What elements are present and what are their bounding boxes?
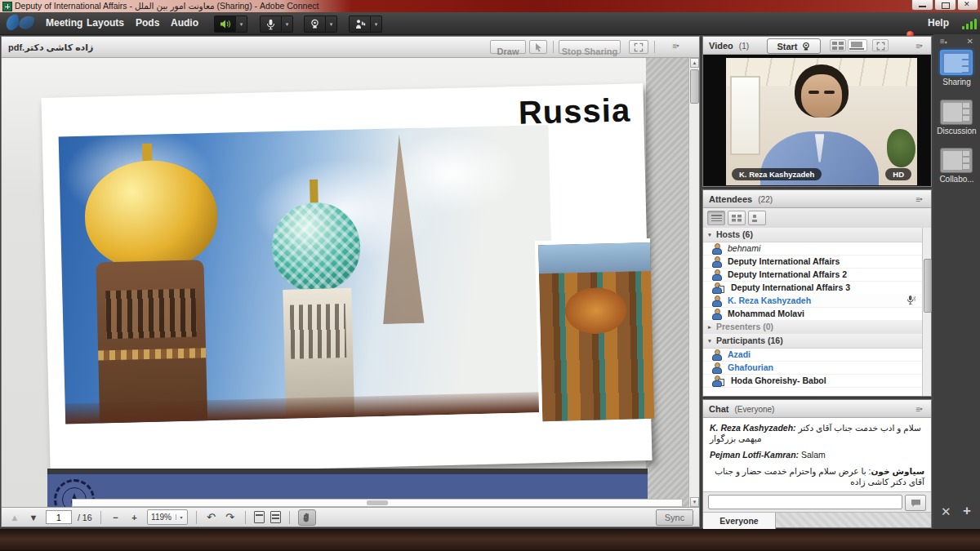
- add-layout-icon[interactable]: +: [963, 503, 971, 519]
- video-count: (1): [739, 42, 749, 51]
- filmstrip-view-icon[interactable]: [848, 39, 867, 51]
- layout-discussion-thumb[interactable]: [940, 100, 973, 125]
- microphone-button[interactable]: ▾: [260, 16, 293, 31]
- fit-width-button[interactable]: [270, 511, 281, 523]
- chat-input[interactable]: [708, 495, 902, 509]
- video-pod-header: Video (1) Start ≡▾: [703, 37, 931, 55]
- layout-collaboration-thumb[interactable]: [940, 148, 973, 173]
- attendees-count: (22): [758, 195, 773, 204]
- rotate-left-button[interactable]: ↶: [205, 511, 218, 524]
- attendee-row[interactable]: Deputy International Affairs 2: [703, 268, 922, 282]
- zoom-in-button[interactable]: +: [128, 511, 141, 524]
- attendee-name: Deputy International Affairs 2: [728, 268, 847, 281]
- chat-pod-menu-icon[interactable]: ≡▾: [910, 402, 928, 415]
- zoom-level-select[interactable]: 119% ▾: [147, 509, 188, 525]
- minimize-button[interactable]: [911, 0, 933, 11]
- scroll-up-arrow[interactable]: ▲: [690, 58, 699, 68]
- attendee-row[interactable]: Deputy International Affairs 3: [703, 281, 922, 295]
- rotate-right-button[interactable]: ↷: [224, 511, 237, 524]
- chat-text: Salam: [801, 450, 826, 460]
- speaker-button[interactable]: ▾: [214, 16, 247, 31]
- grid-view-icon[interactable]: [830, 39, 846, 51]
- webcam-dropdown[interactable]: ▾: [326, 16, 337, 33]
- microphone-dropdown[interactable]: ▾: [282, 16, 293, 33]
- attendee-row[interactable]: behnami: [703, 242, 922, 256]
- attendees-scroll-thumb[interactable]: [924, 259, 932, 313]
- chat-tabs: Everyone: [703, 512, 931, 527]
- share-pod-menu-icon[interactable]: ≡▾: [666, 39, 684, 52]
- attendee-name: Deputy International Affairs: [728, 255, 840, 268]
- attendee-row[interactable]: K. Reza Kashyzadeh: [703, 294, 922, 308]
- sync-button[interactable]: Sync: [656, 509, 693, 526]
- connection-signal-icon: [962, 26, 964, 29]
- chat-input-row: [703, 491, 931, 513]
- attendee-row[interactable]: Mohammad Molavi: [703, 307, 922, 321]
- help-menu[interactable]: Help: [928, 12, 949, 34]
- chat-sender: K. Reza Kashyzadeh:: [710, 423, 796, 433]
- attendee-row[interactable]: Deputy International Affairs: [703, 255, 922, 269]
- video-pod-body: K. Reza Kashyzadeh HD: [704, 55, 930, 185]
- video-pod-title: Video: [709, 41, 733, 51]
- close-button[interactable]: ✕: [957, 0, 978, 11]
- menu-pods[interactable]: Pods: [131, 12, 164, 34]
- menu-audio[interactable]: Audio: [166, 12, 203, 34]
- fullscreen-button[interactable]: [629, 40, 648, 54]
- attendees-scrollbar[interactable]: [922, 228, 931, 396]
- maximize-button[interactable]: [934, 0, 956, 11]
- horizontal-scroll-thumb[interactable]: [367, 500, 388, 505]
- list-view-button[interactable]: [707, 211, 725, 225]
- group-presenters[interactable]: ►Presenters (0): [703, 320, 922, 335]
- chat-send-button[interactable]: [905, 495, 926, 511]
- scroll-down-arrow[interactable]: ▼: [690, 497, 699, 507]
- draw-button[interactable]: Draw: [490, 40, 526, 54]
- video-fullscreen-icon[interactable]: [872, 39, 889, 51]
- tab-everyone[interactable]: Everyone: [703, 513, 776, 530]
- start-webcam-button[interactable]: Start: [767, 38, 821, 54]
- video-pod-menu-icon[interactable]: ≡▾: [910, 39, 928, 52]
- group-hosts[interactable]: ▼Hosts (6): [703, 228, 922, 242]
- attendees-pod-menu-icon[interactable]: ≡▾: [910, 193, 928, 206]
- zoom-out-button[interactable]: −: [109, 511, 122, 524]
- attendee-avatar-icon: [711, 362, 721, 372]
- vertical-scrollbar[interactable]: ▲ ▼: [688, 58, 699, 507]
- speaker-dropdown[interactable]: ▾: [236, 16, 247, 33]
- menu-layouts[interactable]: Layouts: [82, 12, 129, 34]
- attendee-row[interactable]: Azadi: [703, 348, 922, 362]
- menu-meeting[interactable]: Meeting: [41, 12, 87, 34]
- layoutbar-close-icon[interactable]: ✕: [967, 37, 973, 46]
- attendee-avatar-icon: [711, 309, 721, 318]
- vertical-scroll-thumb[interactable]: [690, 69, 699, 104]
- pointer-tool-button[interactable]: [529, 40, 547, 54]
- status-view-button[interactable]: [748, 211, 766, 225]
- horizontal-scrollbar[interactable]: [72, 499, 683, 507]
- chat-messages: K. Reza Kashyzadeh: سلام و ادب خدمت جناب…: [703, 418, 931, 491]
- chat-message: سياوش خون: با عرض سلام واحترام خدمت حضار…: [710, 466, 924, 487]
- video-pod: Video (1) Start ≡▾: [702, 36, 932, 187]
- chat-bubble-icon: [911, 499, 921, 508]
- layout-bar: ≡▾ ✕ Sharing Discussion Collabo... ✕ +: [933, 34, 980, 529]
- page-number-input[interactable]: [46, 510, 72, 524]
- app-icon: [2, 2, 12, 11]
- raise-hand-dropdown[interactable]: ▾: [371, 16, 382, 33]
- stop-sharing-button[interactable]: Stop Sharing: [559, 40, 621, 54]
- document-viewport: Russia ▲ ▼: [2, 58, 699, 507]
- layout-sharing-thumb[interactable]: [940, 50, 973, 75]
- fit-page-button[interactable]: [254, 511, 265, 523]
- attendees-list: ▼Hosts (6) behnami Deputy International …: [703, 228, 931, 396]
- close-layout-icon[interactable]: ✕: [941, 504, 951, 519]
- title-bar: Deputy of International Affairs - معاونت…: [0, 0, 980, 12]
- attendee-name: behnami: [728, 242, 760, 255]
- next-page-button[interactable]: ▼: [27, 511, 40, 524]
- attendee-row[interactable]: Ghafourian: [703, 361, 922, 375]
- attendees-title: Attendees: [709, 194, 752, 204]
- raise-hand-button[interactable]: ▾: [349, 16, 382, 31]
- window: [730, 76, 760, 155]
- attendee-row[interactable]: Hoda Ghoreishy- Babol: [703, 374, 922, 388]
- attendees-toolbar: [703, 208, 931, 229]
- pan-tool-button[interactable]: [298, 509, 316, 526]
- group-participants[interactable]: ▼Participants (16): [703, 334, 922, 349]
- webcam-button[interactable]: ▾: [304, 16, 337, 31]
- layoutbar-menu-icon[interactable]: ≡▾: [940, 37, 947, 46]
- grid-view-button[interactable]: [728, 211, 746, 225]
- previous-page-button[interactable]: ▲: [8, 511, 21, 524]
